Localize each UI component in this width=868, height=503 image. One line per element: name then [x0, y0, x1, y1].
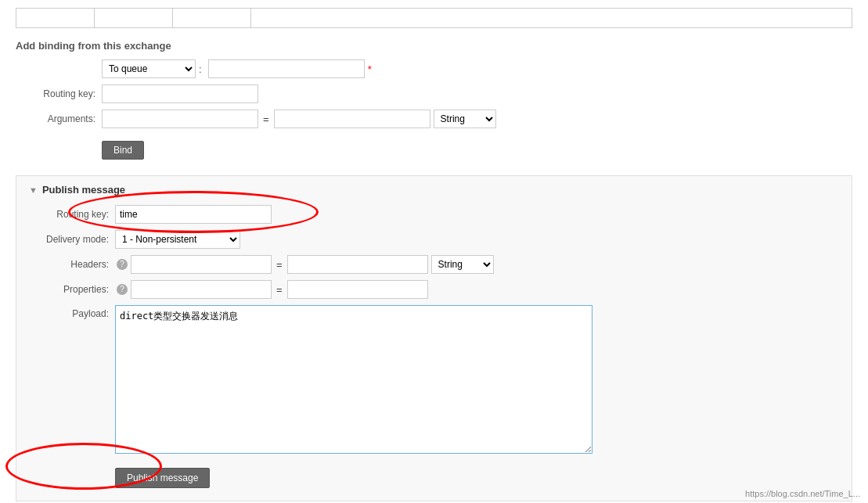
top-table-cell-2: [95, 9, 173, 27]
publish-section-title: Publish message: [42, 184, 125, 196]
payload-textarea[interactable]: direct类型交换器发送消息: [115, 305, 592, 454]
publish-routing-key-input[interactable]: [115, 205, 272, 224]
binding-arguments-row: Arguments: = String Boolean Number List: [16, 110, 852, 128]
bind-button[interactable]: Bind: [102, 141, 144, 160]
args-input-left[interactable]: [102, 110, 258, 128]
binding-routing-key-input[interactable]: [102, 84, 258, 103]
headers-equals: =: [276, 259, 283, 271]
to-queue-row: To queue To exchange : *: [16, 59, 852, 78]
args-equals: =: [263, 113, 269, 125]
publish-message-button[interactable]: Publish message: [115, 468, 210, 488]
properties-row: Properties: ? =: [29, 280, 839, 299]
to-queue-select[interactable]: To queue To exchange: [102, 59, 196, 78]
top-table-cell-4: [251, 9, 330, 27]
bind-button-container: Bind: [16, 135, 852, 160]
delivery-mode-label: Delivery mode:: [29, 234, 115, 245]
payload-label: Payload:: [29, 305, 115, 319]
binding-string-select[interactable]: String Boolean Number List: [434, 110, 496, 128]
top-table-row: [16, 8, 852, 28]
headers-input-right[interactable]: [287, 255, 428, 274]
headers-row: Headers: ? = String Boolean Number List: [29, 255, 839, 274]
delivery-mode-select[interactable]: 1 - Non-persistent 2 - Persistent: [115, 230, 240, 249]
publish-section-header: ▼ Publish message: [29, 184, 839, 196]
top-table-cell-1: [16, 9, 95, 27]
headers-help-icon[interactable]: ?: [117, 259, 128, 270]
binding-routing-key-row: Routing key:: [16, 84, 852, 103]
properties-equals: =: [276, 284, 283, 296]
binding-arguments-label: Arguments:: [16, 113, 102, 124]
routing-key-wrapper: [115, 205, 272, 224]
required-star: *: [368, 63, 372, 75]
collapse-arrow[interactable]: ▼: [29, 185, 38, 195]
headers-label: Headers:: [29, 259, 115, 270]
publish-routing-key-row: Routing key:: [29, 205, 839, 224]
headers-string-select[interactable]: String Boolean Number List: [431, 255, 494, 274]
publish-button-container: Publish message: [29, 460, 839, 488]
properties-input-right[interactable]: [287, 280, 428, 299]
payload-row: Payload: direct类型交换器发送消息: [29, 305, 839, 454]
binding-section: Add binding from this exchange To queue …: [16, 40, 852, 160]
headers-input-left[interactable]: [131, 255, 272, 274]
top-table-cell-3: [173, 9, 251, 27]
url-bar: https://blog.csdn.net/Time_L...: [745, 489, 860, 498]
to-queue-colon: :: [199, 63, 202, 75]
properties-label: Properties:: [29, 284, 115, 295]
queue-input[interactable]: [208, 59, 365, 78]
binding-section-title: Add binding from this exchange: [16, 40, 852, 52]
properties-input-left[interactable]: [131, 280, 272, 299]
publish-button-wrapper: Publish message: [29, 460, 210, 488]
args-input-right[interactable]: [274, 110, 430, 128]
publish-section: ▼ Publish message Routing key: Delivery …: [16, 175, 852, 501]
delivery-mode-row: Delivery mode: 1 - Non-persistent 2 - Pe…: [29, 230, 839, 249]
properties-help-icon[interactable]: ?: [117, 284, 128, 295]
publish-routing-key-label: Routing key:: [29, 209, 115, 220]
binding-routing-key-label: Routing key:: [16, 88, 102, 99]
